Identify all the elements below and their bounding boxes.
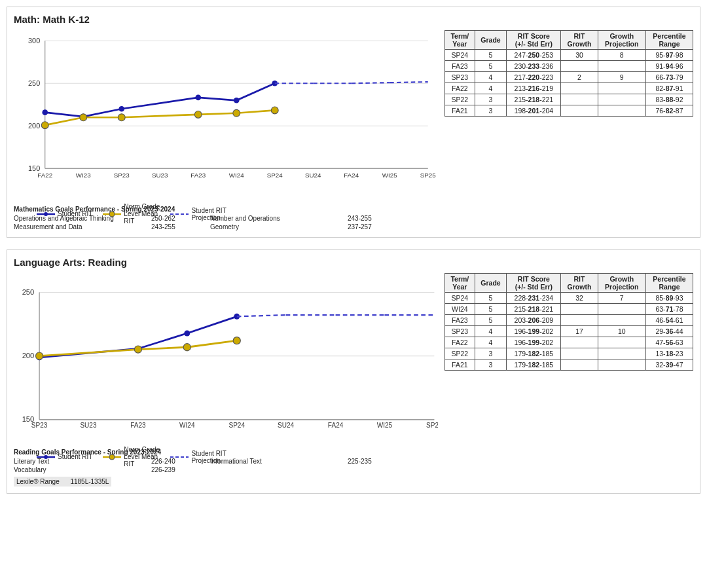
svg-text:SP24: SP24 [228, 422, 245, 429]
cell-percentile-r: 46-54-61 [645, 315, 693, 326]
cell-rit-r: 179-182-185 [507, 348, 561, 359]
cell-rit-r: 228-231-234 [507, 293, 561, 304]
reading-table-row: WI24 5 215-218-221 63-71-78 [445, 304, 693, 315]
th-rit-growth-r: RITGrowth [561, 274, 598, 293]
svg-text:WI24: WI24 [229, 172, 244, 179]
cell-term-r: SP23 [445, 326, 475, 337]
reading-legend-student-rit: Student RIT [37, 453, 92, 460]
cell-percentile: 83-88-92 [645, 94, 693, 105]
legend-norm-label: Norm GradeLevel MeanRIT [124, 203, 160, 225]
svg-text:SP23: SP23 [114, 172, 130, 179]
cell-projection: 9 [598, 72, 645, 83]
reading-legend-projection-label: Student RITProjection [191, 450, 226, 464]
legend-projection-label: Student RITProjection [191, 207, 226, 221]
cell-grade: 5 [475, 61, 507, 72]
svg-text:FA24: FA24 [344, 172, 359, 179]
reading-data-table: Term/Year Grade RIT Score(+/- Std Err) R… [444, 273, 693, 371]
svg-text:SU24: SU24 [305, 172, 321, 179]
svg-point-61 [184, 331, 190, 337]
math-table-row: FA21 3 198-201-204 76-82-87 [445, 105, 693, 117]
cell-term: SP23 [445, 72, 475, 83]
cell-term: SP24 [445, 50, 475, 61]
math-section: Math: Math K-12 300 250 200 150 FA22 [7, 7, 700, 238]
svg-point-65 [183, 344, 190, 351]
th-rit-score: RIT Score(+/- Std Err) [507, 31, 561, 50]
svg-text:250: 250 [22, 288, 35, 296]
cell-grade-r: 5 [475, 315, 507, 326]
th-term: Term/Year [445, 31, 475, 50]
cell-projection-r [598, 337, 645, 348]
svg-point-63 [36, 352, 43, 359]
cell-projection-r [598, 348, 645, 359]
svg-point-28 [80, 114, 87, 121]
svg-point-30 [194, 111, 202, 119]
cell-growth: 2 [561, 72, 598, 83]
cell-projection [598, 61, 645, 72]
th-grade-r: Grade [475, 274, 507, 293]
cell-growth [561, 83, 598, 94]
cell-grade: 5 [475, 50, 507, 61]
cell-growth-r [561, 304, 598, 315]
cell-term: FA22 [445, 83, 475, 94]
cell-percentile-r: 85-89-93 [645, 293, 693, 304]
cell-term-r: WI24 [445, 304, 475, 315]
svg-text:FA23: FA23 [190, 172, 206, 179]
math-table-row: SP24 5 247-250-253 30 8 95-97-98 [445, 50, 693, 61]
legend-norm-grade: Norm GradeLevel MeanRIT [103, 203, 160, 225]
cell-growth [561, 94, 598, 105]
svg-text:SP24: SP24 [267, 172, 283, 179]
svg-text:150: 150 [28, 164, 40, 172]
cell-term: SP22 [445, 94, 475, 105]
cell-rit-r: 215-218-221 [507, 304, 561, 315]
svg-text:FA23: FA23 [130, 422, 146, 429]
reading-lexile-row: Lexile® Range 1185L-1335L [14, 477, 111, 487]
svg-point-74 [109, 454, 115, 460]
lexile-range: 1185L-1335L [70, 478, 109, 485]
math-table-row: FA22 4 213-216-219 82-87-91 [445, 83, 693, 94]
cell-rit: 217-220-223 [507, 72, 561, 83]
cell-grade: 4 [475, 72, 507, 83]
cell-term-r: SP22 [445, 348, 475, 359]
svg-point-72 [44, 455, 48, 459]
reading-legend-norm-label: Norm GradeLevel MeanRIT [124, 446, 160, 468]
reading-table-area: Term/Year Grade RIT Score(+/- Std Err) R… [444, 273, 693, 443]
svg-point-23 [118, 106, 124, 112]
svg-line-36 [390, 82, 428, 83]
cell-grade: 3 [475, 94, 507, 105]
cell-projection [598, 94, 645, 105]
reading-chart-area: 250 200 150 SP23 SU23 FA23 WI24 SP24 SU2… [14, 273, 438, 443]
math-chart-area: 300 250 200 150 FA22 WI23 SP23 SU23 FA23 [14, 30, 438, 200]
th-growth-proj-r: GrowthProjection [598, 274, 645, 293]
reading-table-row: SP23 4 196-199-202 17 10 29-36-44 [445, 326, 693, 337]
math-section-title: Math: Math K-12 [14, 14, 693, 25]
cell-grade-r: 4 [475, 326, 507, 337]
cell-percentile-r: 29-36-44 [645, 326, 693, 337]
svg-point-40 [109, 211, 115, 217]
math-table-row: SP22 3 215-218-221 83-88-92 [445, 94, 693, 105]
svg-point-38 [44, 212, 48, 216]
svg-text:200: 200 [22, 352, 35, 359]
svg-point-66 [233, 337, 240, 344]
math-chart-legend: Student RIT Norm GradeLevel MeanRIT Stud… [14, 203, 438, 225]
cell-term: FA21 [445, 105, 475, 117]
reading-legend-projection: Student RITProjection [170, 450, 226, 464]
cell-projection-r: 7 [598, 293, 645, 304]
th-percentile: PercentileRange [645, 31, 693, 50]
svg-point-29 [118, 114, 125, 121]
th-term-r: Term/Year [445, 274, 475, 293]
reading-table-row: FA23 5 203-206-209 46-54-61 [445, 315, 693, 326]
cell-growth-r [561, 337, 598, 348]
svg-text:250: 250 [28, 79, 40, 86]
svg-point-31 [233, 109, 240, 117]
reading-table-row: FA22 4 196-199-202 47-56-63 [445, 337, 693, 348]
cell-rit: 247-250-253 [507, 50, 561, 61]
svg-text:WI24: WI24 [179, 422, 195, 429]
reading-section-title: Language Arts: Reading [14, 257, 693, 268]
svg-text:300: 300 [28, 37, 40, 45]
svg-point-32 [271, 107, 278, 114]
cell-rit-r: 179-182-185 [507, 359, 561, 371]
math-table-row: SP23 4 217-220-223 2 9 66-73-79 [445, 72, 693, 83]
cell-projection-r [598, 359, 645, 371]
cell-grade: 3 [475, 105, 507, 117]
cell-rit: 198-201-204 [507, 105, 561, 117]
